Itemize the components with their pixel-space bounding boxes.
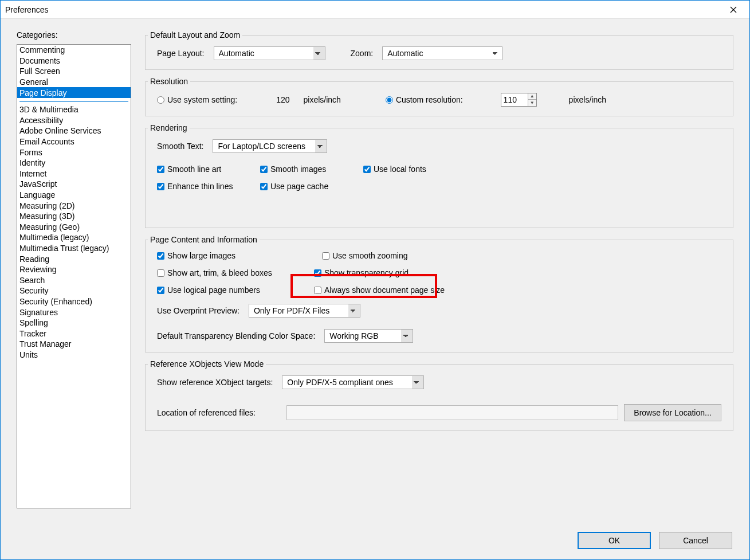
titlebar: Preferences <box>1 1 749 19</box>
category-item[interactable]: Documents <box>17 56 131 66</box>
category-item[interactable]: General <box>17 77 131 88</box>
ok-button[interactable]: OK <box>578 532 651 549</box>
category-item[interactable]: Measuring (Geo) <box>17 222 131 233</box>
category-item[interactable]: Accessibility <box>17 115 131 126</box>
window-title: Preferences <box>5 5 722 14</box>
unit-1: pixels/inch <box>304 95 341 104</box>
category-item[interactable]: Identity <box>17 158 131 169</box>
category-item[interactable]: Commenting <box>17 45 131 56</box>
show-large-images-checkbox[interactable] <box>157 252 164 260</box>
category-item[interactable]: Full Screen <box>17 66 131 77</box>
blend-space-label: Default Transparency Blending Color Spac… <box>157 331 315 340</box>
overprint-preview-label: Use Overprint Preview: <box>157 306 239 315</box>
always-show-doc-page-size-checkbox[interactable] <box>314 287 321 294</box>
spin-down[interactable]: ▼ <box>528 100 536 106</box>
category-item[interactable]: Multimedia (legacy) <box>17 232 131 243</box>
dialog-buttons: OK Cancel <box>578 532 732 549</box>
smooth-text-label: Smooth Text: <box>157 142 203 151</box>
custom-resolution-input[interactable] <box>501 93 528 106</box>
cancel-button[interactable]: Cancel <box>659 532 732 549</box>
group-page-content: Page Content and Information Show large … <box>145 235 733 353</box>
category-item[interactable]: Adobe Online Services <box>17 126 131 136</box>
custom-resolution-label: Custom resolution: <box>396 95 463 104</box>
category-item[interactable]: Spelling <box>17 318 131 328</box>
category-item[interactable]: Reading <box>17 253 131 264</box>
use-page-cache-checkbox[interactable] <box>260 183 268 190</box>
category-item[interactable]: Forms <box>17 147 131 158</box>
legend-layout-zoom: Default Layout and Zoom <box>148 30 242 40</box>
main-panel: Default Layout and Zoom Page Layout: Aut… <box>145 30 733 519</box>
category-item[interactable]: 3D & Multimedia <box>17 104 131 115</box>
category-item[interactable]: Internet <box>17 169 131 179</box>
custom-resolution-radio[interactable] <box>386 96 393 104</box>
categories-label: Categories: <box>17 30 131 40</box>
category-item[interactable]: Trust Manager <box>17 339 131 350</box>
system-setting-radio[interactable] <box>157 96 164 104</box>
legend-rendering: Rendering <box>148 123 190 132</box>
legend-page-content: Page Content and Information <box>148 235 260 244</box>
category-item[interactable]: Search <box>17 275 131 285</box>
use-logical-page-numbers-checkbox[interactable] <box>157 287 164 294</box>
smooth-text-select[interactable]: For Laptop/LCD screens <box>213 139 327 153</box>
legend-xobjects: Reference XObjects View Mode <box>148 359 266 369</box>
show-art-trim-bleed-checkbox[interactable] <box>157 269 164 277</box>
category-item[interactable]: Measuring (3D) <box>17 211 131 222</box>
category-item[interactable]: Security (Enhanced) <box>17 296 131 307</box>
show-transparency-grid-checkbox[interactable] <box>314 269 321 277</box>
category-item[interactable]: Page Display <box>17 87 131 98</box>
smooth-line-art-checkbox[interactable] <box>157 166 164 173</box>
group-layout-zoom: Default Layout and Zoom Page Layout: Aut… <box>145 30 733 70</box>
sidebar: Categories: CommentingDocumentsFull Scre… <box>17 30 131 519</box>
group-resolution: Resolution Use system setting: 120 pixel… <box>145 77 733 116</box>
system-setting-value: 120 <box>276 95 289 104</box>
page-layout-label: Page Layout: <box>157 49 205 58</box>
category-item[interactable]: Multimedia Trust (legacy) <box>17 243 131 254</box>
enhance-thin-lines-checkbox[interactable] <box>157 183 164 190</box>
legend-resolution: Resolution <box>148 77 190 86</box>
category-item[interactable]: Tracker <box>17 328 131 339</box>
group-xobjects: Reference XObjects View Mode Show refere… <box>145 359 733 431</box>
browse-location-button[interactable]: Browse for Location... <box>624 404 721 421</box>
smooth-images-checkbox[interactable] <box>260 166 268 173</box>
referenced-files-location-label: Location of referenced files: <box>157 408 277 417</box>
close-icon <box>730 6 737 13</box>
blend-space-select[interactable]: Working RGB <box>324 329 413 343</box>
category-item[interactable]: Email Accounts <box>17 136 131 147</box>
page-layout-select[interactable]: Automatic <box>214 46 325 60</box>
zoom-select[interactable]: Automatic <box>382 46 502 60</box>
unit-2: pixels/inch <box>569 95 606 104</box>
xobject-targets-label: Show reference XObject targets: <box>157 378 273 387</box>
close-button[interactable] <box>722 2 745 18</box>
system-setting-radio-row: Use system setting: <box>157 95 237 104</box>
referenced-files-location-input[interactable] <box>286 405 618 420</box>
use-smooth-zooming-checkbox[interactable] <box>322 252 329 260</box>
category-item[interactable]: Signatures <box>17 307 131 318</box>
custom-resolution-spinner[interactable]: ▲ ▼ <box>501 93 537 107</box>
category-item[interactable]: Units <box>17 350 131 361</box>
group-rendering: Rendering Smooth Text: For Laptop/LCD sc… <box>145 123 733 228</box>
category-item[interactable]: Language <box>17 190 131 201</box>
zoom-label: Zoom: <box>351 49 374 58</box>
category-item[interactable]: Security <box>17 285 131 296</box>
categories-listbox[interactable]: CommentingDocumentsFull ScreenGeneralPag… <box>17 44 131 508</box>
spin-up[interactable]: ▲ <box>528 93 536 100</box>
category-divider <box>19 101 128 102</box>
system-setting-label: Use system setting: <box>167 95 237 104</box>
use-local-fonts-checkbox[interactable] <box>363 166 371 173</box>
category-item[interactable]: Measuring (2D) <box>17 200 131 211</box>
category-item[interactable]: Reviewing <box>17 264 131 275</box>
overprint-preview-select[interactable]: Only For PDF/X Files <box>249 304 360 318</box>
xobject-targets-select[interactable]: Only PDF/X-5 compliant ones <box>282 375 424 389</box>
category-item[interactable]: JavaScript <box>17 179 131 190</box>
